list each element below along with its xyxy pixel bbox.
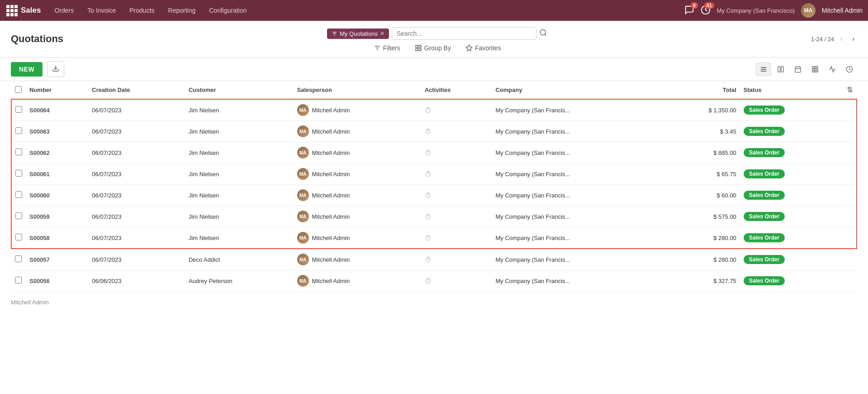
col-activities[interactable]: Activities	[421, 81, 492, 99]
status-badge: Sales Order	[744, 233, 785, 242]
previous-page-button[interactable]: ‹	[838, 34, 845, 44]
row-status[interactable]: Sales Order	[740, 206, 843, 227]
list-view-button[interactable]	[756, 62, 771, 76]
row-customer: Jim Nielsen	[185, 99, 294, 121]
row-checkbox[interactable]	[15, 170, 22, 177]
row-total: $ 575.00	[665, 206, 740, 227]
row-activities[interactable]: ⏱	[421, 206, 492, 227]
svg-rect-24	[812, 67, 818, 72]
row-status[interactable]: Sales Order	[740, 249, 843, 270]
menu-to-invoice[interactable]: To Invoice	[81, 4, 122, 17]
row-status[interactable]: Sales Order	[740, 99, 843, 121]
table-row[interactable]: S0005606/06/2023Audrey PetersonMAMitchel…	[11, 270, 857, 292]
row-status[interactable]: Sales Order	[740, 270, 843, 292]
activities-button[interactable]: 41	[701, 5, 711, 16]
search-button[interactable]	[539, 29, 547, 38]
row-checkbox[interactable]	[15, 191, 22, 198]
group-by-button[interactable]: Group By	[411, 43, 455, 53]
activity-clock-icon[interactable]: ⏱	[425, 277, 432, 285]
status-badge: Sales Order	[744, 255, 785, 264]
activity-clock-icon[interactable]: ⏱	[425, 149, 432, 157]
col-number[interactable]: Number	[26, 81, 88, 99]
col-salesperson[interactable]: Salesperson	[294, 81, 421, 99]
table-row[interactable]: S0006306/07/2023Jim NielsenMAMitchell Ad…	[11, 121, 857, 142]
row-company: My Company (San Francis...	[492, 206, 665, 227]
download-button[interactable]	[47, 61, 64, 77]
filter-tag-my-quotations[interactable]: My Quotations ✕	[327, 29, 389, 39]
activity-clock-icon[interactable]: ⏱	[425, 256, 432, 264]
row-activities[interactable]: ⏱	[421, 227, 492, 249]
pivot-view-button[interactable]	[807, 62, 823, 76]
table-row[interactable]: S0006006/07/2023Jim NielsenMAMitchell Ad…	[11, 185, 857, 206]
row-total: $ 3.45	[665, 121, 740, 142]
activity-clock-icon[interactable]: ⏱	[425, 170, 432, 178]
row-checkbox[interactable]	[15, 277, 22, 283]
col-customer[interactable]: Customer	[185, 81, 294, 99]
graph-view-button[interactable]	[825, 62, 840, 76]
favorites-button[interactable]: Favorites	[462, 43, 505, 53]
filters-button[interactable]: Filters	[370, 43, 404, 53]
messages-button[interactable]: 8	[684, 5, 694, 16]
row-activities[interactable]: ⏱	[421, 163, 492, 185]
activity-clock-icon[interactable]: ⏱	[425, 234, 432, 242]
column-settings-icon[interactable]: ⇅	[847, 86, 853, 94]
menu-products[interactable]: Products	[123, 4, 161, 17]
user-avatar[interactable]: MA	[801, 3, 816, 18]
col-creation-date[interactable]: Creation Date	[88, 81, 185, 99]
row-checkbox[interactable]	[15, 127, 22, 134]
row-activities[interactable]: ⏱	[421, 249, 492, 270]
table-row[interactable]: S0005906/07/2023Jim NielsenMAMitchell Ad…	[11, 206, 857, 227]
row-total: $ 65.75	[665, 163, 740, 185]
filter-tag-close[interactable]: ✕	[380, 30, 384, 37]
calendar-view-button[interactable]	[790, 62, 806, 76]
activity-clock-icon[interactable]: ⏱	[425, 192, 432, 199]
row-company: My Company (San Francis...	[492, 227, 665, 249]
row-checkbox[interactable]	[15, 106, 22, 113]
col-status[interactable]: Status	[740, 81, 843, 99]
row-customer: Jim Nielsen	[185, 227, 294, 249]
quotations-table: Number Creation Date Customer Salesperso…	[11, 81, 857, 292]
activity-clock-icon[interactable]: ⏱	[425, 128, 432, 135]
col-company[interactable]: Company	[492, 81, 665, 99]
row-checkbox[interactable]	[15, 149, 22, 155]
row-status[interactable]: Sales Order	[740, 121, 843, 142]
row-checkbox[interactable]	[15, 234, 22, 240]
row-status[interactable]: Sales Order	[740, 227, 843, 249]
row-extra	[843, 227, 857, 249]
row-activities[interactable]: ⏱	[421, 270, 492, 292]
company-name: My Company (San Francisco)	[717, 7, 795, 14]
filter-tag-label: My Quotations	[340, 30, 378, 37]
table-row[interactable]: S0006106/07/2023Jim NielsenMAMitchell Ad…	[11, 163, 857, 185]
menu-configuration[interactable]: Configuration	[203, 4, 253, 17]
avatar: MA	[297, 189, 309, 201]
activity-clock-icon[interactable]: ⏱	[425, 106, 432, 114]
table-row[interactable]: S0006206/07/2023Jim NielsenMAMitchell Ad…	[11, 142, 857, 163]
col-total[interactable]: Total	[665, 81, 740, 99]
search-input[interactable]	[392, 27, 536, 40]
row-activities[interactable]: ⏱	[421, 142, 492, 163]
row-customer: Jim Nielsen	[185, 206, 294, 227]
row-activities[interactable]: ⏱	[421, 185, 492, 206]
next-page-button[interactable]: ›	[849, 34, 857, 44]
table-row[interactable]: S0005806/07/2023Jim NielsenMAMitchell Ad…	[11, 227, 857, 249]
row-status[interactable]: Sales Order	[740, 185, 843, 206]
select-all-checkbox[interactable]	[15, 86, 22, 93]
activity-clock-icon[interactable]: ⏱	[425, 213, 432, 221]
row-checkbox[interactable]	[15, 255, 22, 262]
row-activities[interactable]: ⏱	[421, 99, 492, 121]
kanban-view-button[interactable]	[773, 62, 788, 76]
waffle-menu-button[interactable]	[5, 4, 18, 17]
row-extra	[843, 142, 857, 163]
activity-view-button[interactable]	[842, 62, 857, 76]
row-status[interactable]: Sales Order	[740, 163, 843, 185]
status-badge: Sales Order	[744, 212, 785, 221]
row-checkbox[interactable]	[15, 212, 22, 219]
table-row[interactable]: S0005706/07/2023Deco AddictMAMitchell Ad…	[11, 249, 857, 270]
row-status[interactable]: Sales Order	[740, 142, 843, 163]
new-button[interactable]: NEW	[11, 62, 43, 77]
status-badge: Sales Order	[744, 276, 785, 285]
row-activities[interactable]: ⏱	[421, 121, 492, 142]
menu-orders[interactable]: Orders	[48, 4, 80, 17]
table-row[interactable]: S0006406/07/2023Jim NielsenMAMitchell Ad…	[11, 99, 857, 121]
menu-reporting[interactable]: Reporting	[162, 4, 202, 17]
